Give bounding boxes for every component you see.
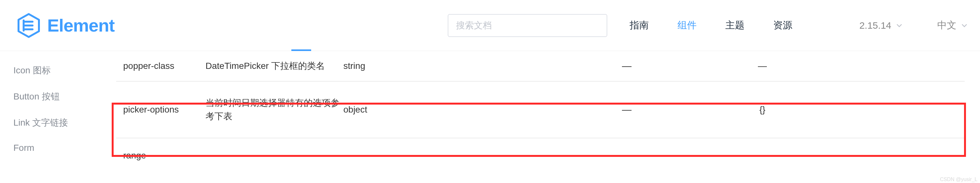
logo[interactable]: Element: [16, 13, 115, 38]
nav-component[interactable]: 组件: [678, 16, 697, 35]
cell-default: —: [725, 61, 799, 71]
nav-resource[interactable]: 资源: [773, 16, 792, 35]
table-row: popper-class DateTimePicker 下拉框的类名 strin…: [116, 51, 965, 82]
cell-options: —: [528, 60, 725, 72]
table-row: picker-options 当前时间日期选择器特有的选项参考下表 object…: [116, 82, 965, 138]
version-label: 2.15.14: [859, 20, 891, 31]
main-nav: 指南 组件 主题 资源: [630, 16, 792, 35]
nav-guide[interactable]: 指南: [630, 16, 649, 35]
cell-param: picker-options: [116, 103, 205, 116]
chevron-down-icon: [896, 22, 902, 29]
cell-desc: DateTimePicker 下拉框的类名: [205, 59, 339, 73]
version-dropdown[interactable]: 2.15.14: [859, 20, 902, 31]
sidebar-item-button[interactable]: Button 按钮: [13, 84, 116, 110]
cell-param-truncated: range-: [116, 138, 965, 161]
cell-options: —: [528, 104, 725, 115]
logo-text: Element: [47, 15, 115, 36]
cell-type: object: [339, 105, 528, 115]
cell-param: popper-class: [116, 61, 205, 71]
cell-type: string: [339, 61, 528, 71]
sidebar-item-icon[interactable]: Icon 图标: [13, 57, 116, 84]
sidebar: Icon 图标 Button 按钮 Link 文字链接 Form: [0, 51, 116, 161]
chevron-down-icon: [961, 22, 967, 29]
nav-theme[interactable]: 主题: [725, 16, 745, 35]
element-logo-icon: [16, 13, 41, 38]
sidebar-item-form[interactable]: Form: [13, 136, 116, 160]
lang-label: 中文: [937, 19, 956, 32]
watermark: CSDN @yusir_L: [940, 177, 977, 182]
search-input[interactable]: 搜索文档: [448, 14, 607, 37]
cell-default: {}: [725, 105, 799, 115]
cell-desc: 当前时间日期选择器特有的选项参考下表: [205, 96, 339, 123]
sidebar-item-link[interactable]: Link 文字链接: [13, 110, 116, 136]
search-placeholder: 搜索文档: [456, 19, 492, 32]
header: Element 搜索文档 指南 组件 主题 资源 2.15.14 中文: [0, 0, 980, 51]
content-area: popper-class DateTimePicker 下拉框的类名 strin…: [116, 51, 980, 161]
lang-dropdown[interactable]: 中文: [937, 19, 967, 32]
attributes-table: popper-class DateTimePicker 下拉框的类名 strin…: [116, 51, 965, 161]
